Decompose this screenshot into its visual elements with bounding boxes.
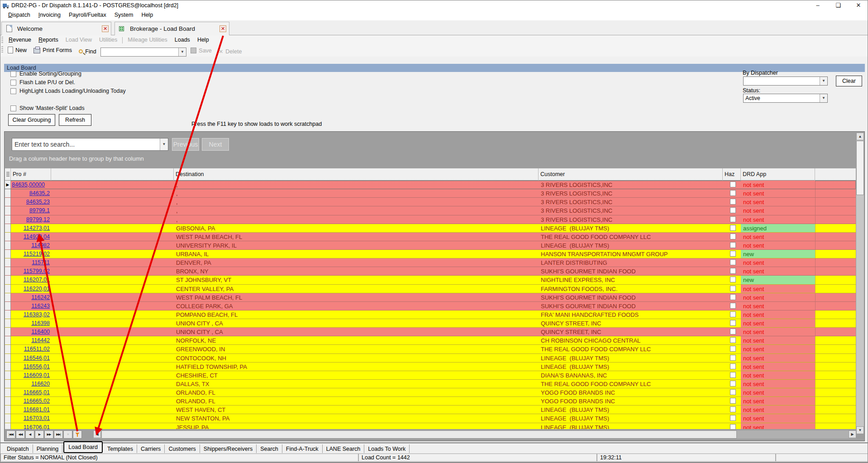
print-forms-button[interactable]: Print Forms <box>31 45 75 55</box>
table-row[interactable]: 116243COLLEGE PARK, GASUKHI'S GOURMET IN… <box>5 302 856 310</box>
bottom-tab-lane-search[interactable]: LANE Search <box>323 444 365 454</box>
column-header-blank[interactable] <box>51 168 174 181</box>
clear-dispatcher-button[interactable]: Clear <box>836 76 862 86</box>
column-header-haz[interactable]: Haz <box>723 168 741 181</box>
haz-checkbox[interactable] <box>730 363 736 369</box>
haz-checkbox[interactable] <box>730 199 736 205</box>
pro-number-link[interactable]: 114929,04 <box>24 234 50 240</box>
menu-item-reports[interactable]: Reports <box>35 35 62 44</box>
table-row[interactable]: 114982UNIVERSITY PARK, ILLINEAGE (BLUJAY… <box>5 241 856 250</box>
pro-number-link[interactable]: 116383,02 <box>24 311 50 318</box>
haz-checkbox[interactable] <box>730 251 736 257</box>
haz-checkbox[interactable] <box>730 381 736 387</box>
pro-number-link[interactable]: 116398 <box>31 320 50 326</box>
navigator-next-button[interactable]: ▶ <box>35 430 44 439</box>
bottom-tab-loads-to-work[interactable]: Loads To Work <box>364 444 410 454</box>
pro-number-link[interactable]: 116207,01 <box>24 277 50 283</box>
haz-checkbox[interactable] <box>730 181 736 187</box>
find-combobox[interactable]: ▼ <box>100 48 186 57</box>
haz-checkbox[interactable] <box>730 398 736 404</box>
search-input[interactable] <box>12 138 157 150</box>
table-row[interactable]: 116207,01ST JOHNSBURY, VTNIGHTLINE EXPRE… <box>5 276 856 284</box>
pro-number-link[interactable]: 116609,01 <box>24 372 50 378</box>
table-row[interactable]: 116220,01CENTER VALLEY, PAFARMINGTON FOO… <box>5 285 856 293</box>
next-button[interactable]: Next <box>202 138 229 151</box>
chevron-down-icon[interactable]: ▼ <box>820 94 827 102</box>
table-row[interactable]: ▶84635,00000,3 RIVERS LOGISTICS,INCnot s… <box>5 181 856 189</box>
haz-checkbox[interactable] <box>730 242 736 248</box>
table-row[interactable]: 115219,02URBANA, ILHANSON TRANSPORTATION… <box>5 250 856 258</box>
column-header-customer[interactable]: Customer <box>539 168 723 181</box>
horizontal-scroll-thumb[interactable] <box>101 430 737 439</box>
haz-checkbox[interactable] <box>730 207 736 213</box>
checkbox-enable-sorting-grouping[interactable]: Enable Sorting/Grouping <box>10 71 81 77</box>
pro-number-link[interactable]: 116442 <box>31 337 50 344</box>
haz-checkbox[interactable] <box>730 355 736 361</box>
haz-checkbox[interactable] <box>730 320 736 326</box>
pro-number-link[interactable]: 115711 <box>32 259 50 266</box>
pro-number-link[interactable]: 116511,02 <box>24 346 50 352</box>
tab-welcome-close-icon[interactable]: ✕ <box>102 25 109 32</box>
bottom-tab-planning[interactable]: Planning <box>33 444 63 454</box>
menu-item-loads[interactable]: Loads <box>171 35 194 44</box>
pro-number-link[interactable]: 116220,01 <box>24 286 50 292</box>
table-row[interactable]: 114929,04WEST PALM BEACH, FLTHE REAL GOO… <box>5 233 856 241</box>
menu-item-help[interactable]: Help <box>194 35 213 44</box>
by-dispatcher-dropdown[interactable]: ▼ <box>743 76 828 86</box>
table-row[interactable]: 116511,02GREENWOOD, INTHE REAL GOOD FOOD… <box>5 345 856 353</box>
bottom-tab-dispatch[interactable]: Dispatch <box>3 444 33 454</box>
find-button[interactable]: Find <box>76 47 99 57</box>
checkbox-icon[interactable] <box>10 105 16 111</box>
scroll-left-icon[interactable]: ◀ <box>93 430 101 438</box>
navigator-last-button[interactable]: ▶▶| <box>54 430 63 439</box>
pro-number-link[interactable]: 114273,01 <box>24 225 50 231</box>
haz-checkbox[interactable] <box>730 329 736 334</box>
pro-number-link[interactable]: 116556,01 <box>24 363 50 370</box>
navigator-first-button[interactable]: |◀◀ <box>6 430 15 439</box>
table-row[interactable]: 116398UNION CITY , CAQUINCY STREET, INCn… <box>5 319 856 328</box>
tab-welcome[interactable]: Welcome ✕ <box>1 22 111 35</box>
haz-checkbox[interactable] <box>730 415 736 421</box>
pro-number-link[interactable]: 114982 <box>31 242 50 248</box>
pro-number-link[interactable]: 116665,02 <box>24 398 50 404</box>
haz-checkbox[interactable] <box>730 225 736 231</box>
bottom-tab-find-a-truck[interactable]: Find-A-Truck <box>282 444 323 454</box>
table-row[interactable]: 116400UNION CITY , CAQUINCY STREET, INCn… <box>5 328 856 336</box>
table-row[interactable]: 116706,01JESSUP, PALINEAGE (BLUJAY TMS)n… <box>5 423 856 430</box>
pro-number-link[interactable]: 116243 <box>31 303 50 309</box>
menu-item-invoicing[interactable]: Invoicing <box>34 10 65 19</box>
table-row[interactable]: 114273,01GIBSONIA, PALINEAGE (BLUJAY TMS… <box>5 224 856 233</box>
navigator-prev-button[interactable]: ◀ <box>25 430 34 439</box>
table-row[interactable]: 89799,1,3 RIVERS LOGISTICS,INCnot sent <box>5 206 856 215</box>
previous-button[interactable]: Previous <box>172 138 199 151</box>
column-header-drd-app[interactable]: DRD App <box>741 168 815 181</box>
delete-button[interactable]: ✕Delete <box>216 47 244 57</box>
haz-checkbox[interactable] <box>730 190 736 196</box>
chevron-down-icon[interactable]: ▼ <box>160 138 168 150</box>
haz-checkbox[interactable] <box>730 294 736 300</box>
haz-checkbox[interactable] <box>730 286 736 291</box>
close-button[interactable]: ✕ <box>849 0 868 10</box>
column-header-trailing[interactable] <box>815 168 855 181</box>
haz-checkbox[interactable] <box>730 337 736 343</box>
bottom-tab-customers[interactable]: Customers <box>165 444 200 454</box>
pro-number-link[interactable]: 116665,01 <box>24 389 50 396</box>
pro-number-link[interactable]: 116400 <box>31 329 50 335</box>
checkbox-icon[interactable] <box>10 88 16 94</box>
navigator-next-page-button[interactable]: ▶▶ <box>44 430 53 439</box>
table-row[interactable]: 116620DALLAS, TXTHE REAL GOOD FOOD COMPA… <box>5 380 856 388</box>
column-header-destination[interactable]: Destination <box>174 168 539 181</box>
menu-item-dispatch[interactable]: Dispatch <box>4 10 34 19</box>
menu-item-system[interactable]: System <box>110 10 138 19</box>
grid-search-box[interactable]: ▼ <box>12 138 168 151</box>
table-row[interactable]: 115799,02BRONX, NYSUKHI'S GOURMET INDIAN… <box>5 267 856 276</box>
refresh-button[interactable]: Refresh <box>59 114 91 126</box>
menu-item-revenue[interactable]: Revenue <box>5 35 35 44</box>
navigator-filter-button[interactable] <box>73 430 82 439</box>
pro-number-link[interactable]: 84635,23 <box>26 199 50 205</box>
pro-number-link[interactable]: 89799,12 <box>26 216 50 223</box>
table-row[interactable]: 116681,01WEST HAVEN, CTLINEAGE (BLUJAY T… <box>5 406 856 414</box>
pro-number-link[interactable]: 115219,02 <box>24 251 50 257</box>
haz-checkbox[interactable] <box>730 268 736 274</box>
haz-checkbox[interactable] <box>730 311 736 317</box>
